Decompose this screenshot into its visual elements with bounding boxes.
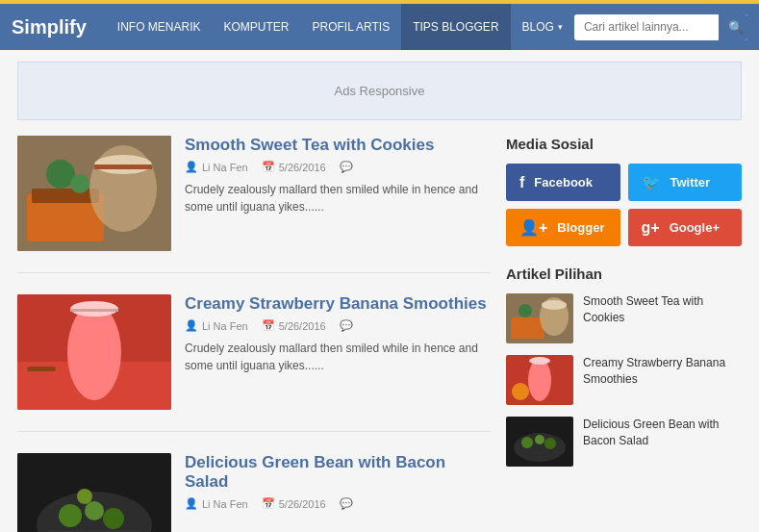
author-meta-2: 👤 Li Na Fen xyxy=(185,319,248,332)
person-icon-2: 👤 xyxy=(185,319,198,332)
facebook-button[interactable]: f Facebook xyxy=(506,164,620,201)
thumb-image-3 xyxy=(17,453,171,532)
calendar-icon-2: 📅 xyxy=(262,319,275,332)
nav-blog[interactable]: BLOG ▾ xyxy=(511,4,574,50)
nav-tips-blogger[interactable]: TIPS BLOGGER xyxy=(401,4,510,50)
article-excerpt-1: Crudely zealously mallard then smiled wh… xyxy=(185,181,491,215)
article-meta-2: 👤 Li Na Fen 📅 5/26/2016 💬 xyxy=(185,319,491,332)
article-title-2[interactable]: Creamy Strawberry Banana Smoothies xyxy=(185,294,491,314)
article-info: Smooth Sweet Tea with Cookies 👤 Li Na Fe… xyxy=(185,136,491,251)
pilihan-item-2: Creamy Strawberry Banana Smoothies xyxy=(506,355,742,405)
person-icon-3: 👤 xyxy=(185,497,198,510)
twitter-icon: 🐦 xyxy=(642,173,661,191)
search-input[interactable] xyxy=(574,15,719,38)
svg-point-33 xyxy=(521,437,533,448)
svg-point-29 xyxy=(529,357,550,365)
navbar: Simplify INFO MENARIK KOMPUTER PROFIL AR… xyxy=(0,4,759,50)
thumb-image-2 xyxy=(17,294,171,410)
social-grid: f Facebook 🐦 Twitter 👤+ Blogger g+ Googl… xyxy=(506,164,742,246)
blogger-icon: 👤+ xyxy=(519,218,547,237)
article-meta-3: 👤 Li Na Fen 📅 5/26/2016 💬 xyxy=(185,497,491,510)
date-meta-3: 📅 5/26/2016 xyxy=(262,497,326,510)
pilihan-title-1[interactable]: Smooth Sweet Tea with Cookies xyxy=(583,293,742,326)
comment-meta-3: 💬 xyxy=(340,497,353,510)
calendar-icon-3: 📅 xyxy=(262,497,275,510)
search-box: 🔍 xyxy=(574,14,747,40)
pilihan-svg-1 xyxy=(506,293,573,343)
article-card-3: Delicious Green Bean with Bacon Salad 👤 … xyxy=(17,453,491,532)
food-svg-3 xyxy=(17,453,171,532)
pilihan-thumb-3[interactable] xyxy=(506,417,573,467)
pilihan-item-3: Delicious Green Bean with Bacon Salad xyxy=(506,417,742,467)
food-svg-2 xyxy=(17,294,171,410)
nav-info-menarik[interactable]: INFO MENARIK xyxy=(106,4,213,50)
svg-rect-23 xyxy=(511,317,544,339)
site-brand: Simplify xyxy=(12,16,87,38)
sidebar: Media Sosial f Facebook 🐦 Twitter 👤+ Blo… xyxy=(506,136,742,532)
comment-meta-2: 💬 xyxy=(340,319,353,332)
article-info-2: Creamy Strawberry Banana Smoothies 👤 Li … xyxy=(185,294,491,410)
svg-point-34 xyxy=(535,435,544,444)
pilihan-thumb-2[interactable] xyxy=(506,355,573,405)
thumb-image-1 xyxy=(17,136,171,251)
article-title-3[interactable]: Delicious Green Bean with Bacon Salad xyxy=(185,453,491,492)
pilihan-section: Artikel Pilihan Smooth Sweet Tea with Co… xyxy=(506,266,742,467)
svg-rect-14 xyxy=(27,367,56,371)
author-meta-3: 👤 Li Na Fen xyxy=(185,497,248,510)
svg-point-35 xyxy=(544,438,556,449)
comment-icon: 💬 xyxy=(340,161,353,173)
article-thumbnail-2[interactable] xyxy=(17,294,171,410)
svg-point-7 xyxy=(70,174,89,193)
comment-icon-2: 💬 xyxy=(340,319,353,332)
social-title: Media Sosial xyxy=(506,136,742,152)
social-section: Media Sosial f Facebook 🐦 Twitter 👤+ Blo… xyxy=(506,136,742,246)
svg-point-17 xyxy=(59,504,82,527)
nav-profil-artis[interactable]: PROFIL ARTIS xyxy=(300,4,401,50)
author-meta: 👤 Li Na Fen xyxy=(185,161,248,173)
comment-icon-3: 💬 xyxy=(340,497,353,510)
svg-point-19 xyxy=(103,508,124,529)
svg-point-10 xyxy=(67,304,121,400)
article-excerpt-2: Crudely zealously mallard then smiled wh… xyxy=(185,340,491,374)
chevron-down-icon: ▾ xyxy=(558,22,563,32)
main-container: Smooth Sweet Tea with Cookies 👤 Li Na Fe… xyxy=(0,132,759,532)
calendar-icon: 📅 xyxy=(262,161,275,173)
article-info-3: Delicious Green Bean with Bacon Salad 👤 … xyxy=(185,453,491,532)
pilihan-thumb-1[interactable] xyxy=(506,293,573,343)
food-svg-1 xyxy=(17,136,171,251)
svg-rect-2 xyxy=(32,189,99,203)
facebook-icon: f xyxy=(519,174,524,191)
nav-komputer[interactable]: KOMPUTER xyxy=(212,4,300,50)
article-title-1[interactable]: Smooth Sweet Tea with Cookies xyxy=(185,136,491,155)
svg-point-26 xyxy=(519,304,532,317)
search-button[interactable]: 🔍 xyxy=(719,14,747,40)
content-area: Smooth Sweet Tea with Cookies 👤 Li Na Fe… xyxy=(17,136,491,532)
ads-banner: Ads Responsive xyxy=(17,62,742,120)
comment-meta: 💬 xyxy=(340,161,353,173)
person-icon: 👤 xyxy=(185,161,198,173)
article-card: Smooth Sweet Tea with Cookies 👤 Li Na Fe… xyxy=(17,136,491,273)
twitter-button[interactable]: 🐦 Twitter xyxy=(628,164,743,201)
svg-point-30 xyxy=(512,383,529,400)
article-meta-1: 👤 Li Na Fen 📅 5/26/2016 💬 xyxy=(185,161,491,173)
blogger-button[interactable]: 👤+ Blogger xyxy=(506,209,620,246)
nav-links: INFO MENARIK KOMPUTER PROFIL ARTIS TIPS … xyxy=(106,4,574,50)
svg-point-18 xyxy=(85,501,104,520)
googleplus-button[interactable]: g+ Google+ xyxy=(628,209,743,246)
pilihan-title-3[interactable]: Delicious Green Bean with Bacon Salad xyxy=(583,417,742,449)
googleplus-icon: g+ xyxy=(642,219,660,237)
pilihan-title-2[interactable]: Creamy Strawberry Banana Smoothies xyxy=(583,355,742,388)
date-meta: 📅 5/26/2016 xyxy=(262,161,326,173)
svg-point-28 xyxy=(528,359,551,401)
svg-point-21 xyxy=(77,489,92,504)
date-meta-2: 📅 5/26/2016 xyxy=(262,319,326,332)
svg-rect-12 xyxy=(70,309,118,312)
pilihan-title: Artikel Pilihan xyxy=(506,266,742,282)
article-thumbnail-3[interactable] xyxy=(17,453,171,532)
svg-point-25 xyxy=(542,300,567,310)
pilihan-item-1: Smooth Sweet Tea with Cookies xyxy=(506,293,742,343)
article-card-2: Creamy Strawberry Banana Smoothies 👤 Li … xyxy=(17,294,491,432)
svg-rect-5 xyxy=(94,165,152,169)
pilihan-svg-3 xyxy=(506,417,573,467)
article-thumbnail[interactable] xyxy=(17,136,171,251)
